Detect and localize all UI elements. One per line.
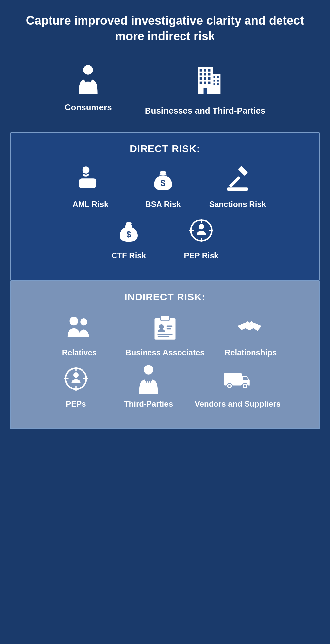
svg-rect-9 — [204, 77, 206, 80]
pep-risk-item: PEP Risk — [175, 216, 228, 260]
svg-rect-42 — [166, 328, 171, 329]
svg-point-31 — [199, 224, 204, 229]
bsa-risk-item: $ BSA Risk — [137, 164, 189, 209]
direct-risk-title: DIRECT RISK: — [24, 143, 306, 154]
relatives-icon — [64, 312, 94, 343]
header-section: Capture improved investigative clarity a… — [0, 0, 330, 54]
svg-rect-21 — [217, 83, 218, 85]
sanctions-icon — [223, 164, 252, 195]
building-icon-container — [189, 64, 222, 101]
consumer-icon — [73, 64, 103, 97]
direct-risk-row1: AML Risk $ BSA Risk — [24, 164, 306, 209]
svg-rect-17 — [217, 76, 218, 78]
svg-point-30 — [191, 220, 212, 241]
svg-rect-3 — [204, 69, 206, 71]
business-associates-icon — [150, 312, 180, 343]
svg-rect-7 — [208, 73, 210, 75]
consumers-label: Consumers — [65, 102, 112, 113]
peps-item: PEPs — [50, 364, 102, 409]
bsa-icon: $ — [148, 164, 178, 195]
relationships-item: Relationships — [224, 312, 277, 357]
svg-text:$: $ — [126, 229, 131, 239]
svg-point-0 — [83, 65, 93, 74]
relatives-label: Relatives — [62, 348, 97, 357]
relationships-icon — [236, 312, 266, 343]
third-parties-item: Third-Parties — [122, 364, 175, 409]
svg-point-54 — [228, 385, 231, 387]
svg-rect-39 — [160, 316, 169, 320]
svg-rect-11 — [199, 81, 202, 84]
peps-icon — [61, 364, 91, 395]
svg-rect-20 — [213, 83, 215, 85]
svg-rect-6 — [204, 73, 206, 75]
svg-rect-52 — [224, 373, 242, 385]
svg-rect-10 — [208, 77, 210, 80]
buildings-icon — [189, 64, 222, 97]
relationships-label: Relationships — [225, 348, 277, 357]
indirect-risk-title: INDIRECT RISK: — [24, 291, 306, 303]
svg-rect-27 — [227, 187, 248, 191]
svg-rect-14 — [203, 88, 207, 94]
person-icon — [73, 64, 103, 94]
svg-rect-44 — [157, 336, 169, 337]
svg-rect-2 — [199, 69, 202, 71]
svg-rect-16 — [213, 76, 215, 78]
svg-point-56 — [244, 385, 246, 387]
svg-rect-8 — [199, 77, 202, 80]
businesses-label: Businesses and Third-Parties — [145, 106, 266, 116]
ctf-icon: $ — [114, 216, 144, 247]
pep-icon — [186, 216, 216, 247]
svg-point-46 — [73, 372, 79, 378]
svg-rect-41 — [166, 325, 172, 327]
entity-consumers: Consumers — [65, 64, 112, 113]
indirect-risk-section: INDIRECT RISK: Relatives — [10, 281, 320, 429]
svg-rect-43 — [157, 334, 172, 335]
sanctions-label: Sanctions Risk — [209, 200, 266, 209]
business-associates-label: Business Associates — [125, 348, 204, 357]
bsa-label: BSA Risk — [145, 200, 181, 209]
page: Capture improved investigative clarity a… — [0, 0, 330, 644]
svg-rect-26 — [229, 176, 241, 188]
svg-rect-19 — [217, 80, 218, 81]
vendors-item: Vendors and Suppliers — [195, 364, 280, 409]
entities-section: Consumers — [0, 54, 330, 132]
svg-rect-25 — [238, 166, 248, 176]
svg-rect-4 — [208, 69, 210, 71]
third-parties-label: Third-Parties — [124, 399, 173, 409]
aml-label: AML Risk — [73, 200, 109, 209]
indirect-risk-row1: Relatives — [24, 312, 306, 357]
peps-label: PEPs — [66, 399, 86, 409]
third-parties-icon — [134, 364, 163, 395]
relatives-item: Relatives — [53, 312, 106, 357]
svg-rect-12 — [204, 81, 206, 84]
svg-point-36 — [70, 317, 78, 325]
entity-businesses: Businesses and Third-Parties — [145, 64, 266, 116]
sanctions-risk-item: Sanctions Risk — [209, 164, 266, 209]
svg-rect-13 — [208, 81, 210, 84]
business-associates-item: Business Associates — [125, 312, 204, 357]
page-title: Capture improved investigative clarity a… — [20, 13, 310, 44]
ctf-label: CTF Risk — [112, 251, 146, 260]
vendors-label: Vendors and Suppliers — [195, 399, 280, 409]
pep-label: PEP Risk — [184, 251, 219, 260]
svg-point-22 — [82, 166, 90, 174]
svg-point-40 — [159, 324, 164, 329]
svg-point-51 — [144, 365, 153, 374]
svg-point-23 — [160, 170, 166, 174]
direct-risk-section: DIRECT RISK: AML Risk — [10, 132, 320, 281]
ctf-risk-item: $ CTF Risk — [102, 216, 155, 260]
vendors-icon — [223, 364, 252, 395]
svg-rect-18 — [213, 80, 215, 81]
svg-text:$: $ — [161, 178, 165, 187]
svg-point-45 — [65, 368, 86, 389]
aml-icon — [76, 164, 105, 195]
direct-risk-row2: $ CTF Risk — [24, 216, 306, 260]
aml-risk-item: AML Risk — [64, 164, 117, 209]
svg-point-37 — [81, 318, 87, 325]
svg-rect-5 — [199, 73, 202, 75]
svg-point-28 — [126, 222, 132, 225]
indirect-risk-row2: PEPs Third-Parties — [24, 364, 306, 409]
